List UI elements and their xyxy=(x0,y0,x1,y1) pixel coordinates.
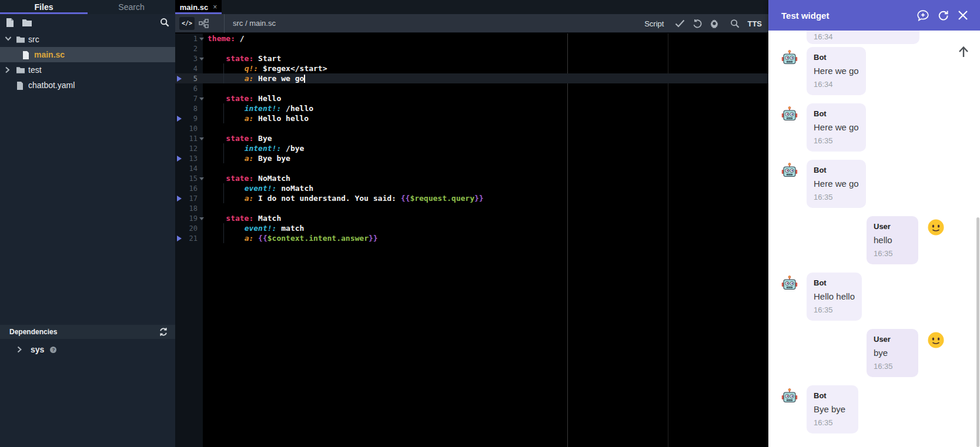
fold-caret-icon[interactable] xyxy=(198,96,205,100)
indent-guide xyxy=(223,153,224,163)
editor-tab-main-sc[interactable]: main.sc × xyxy=(175,0,222,14)
code-line-12[interactable]: 12 intent!: /bye xyxy=(175,143,768,153)
line-number: 13 xyxy=(183,154,198,163)
debug-play-icon[interactable] xyxy=(175,236,183,241)
message-bubble: BotHello hello16:35 xyxy=(807,273,862,321)
code-line-20[interactable]: 20 event!: match xyxy=(175,223,768,233)
debug-play-icon[interactable] xyxy=(175,116,183,122)
code-text: state: Bye xyxy=(205,134,272,143)
tts-button[interactable]: TTS xyxy=(747,19,762,28)
tree-item-main-sc[interactable]: main.sc xyxy=(0,47,175,62)
code-line-7[interactable]: 7 state: Hello xyxy=(175,93,768,103)
help-icon[interactable]: ? xyxy=(50,347,56,353)
code-text: a: I do not understand. You said: {{$req… xyxy=(205,194,484,203)
line-number: 7 xyxy=(183,95,198,103)
test-widget-panel: Test widget 16:34BotHere we go16:34BotHe… xyxy=(768,0,980,447)
line-number: 19 xyxy=(183,214,198,223)
gear-icon[interactable] xyxy=(710,19,719,28)
code-line-21[interactable]: 21 a: {{$context.intent.answer}} xyxy=(175,233,768,243)
close-tab-icon[interactable]: × xyxy=(213,4,217,11)
script-mode-label: Script xyxy=(644,19,664,28)
debug-play-icon[interactable] xyxy=(175,196,183,201)
app-window: Files Search srcmain.sctestchatbot.yaml … xyxy=(0,0,980,447)
bot-avatar xyxy=(781,388,798,405)
code-view-button[interactable]: </> xyxy=(179,17,195,30)
code-line-2[interactable]: 2 xyxy=(175,43,768,53)
undo-icon[interactable] xyxy=(693,19,702,28)
editor-toolbar: </> src / main.sc Script xyxy=(175,14,768,33)
search-icon[interactable] xyxy=(160,18,169,27)
new-file-icon[interactable] xyxy=(6,18,14,27)
bot-avatar xyxy=(781,49,798,67)
code-line-1[interactable]: 1theme: / xyxy=(175,33,768,43)
file-sidebar: Files Search srcmain.sctestchatbot.yaml … xyxy=(0,0,175,447)
fold-caret-icon[interactable] xyxy=(198,136,205,140)
chevron-right-icon[interactable] xyxy=(5,66,12,73)
code-line-15[interactable]: 15 state: NoMatch xyxy=(175,173,768,183)
code-line-13[interactable]: 13 a: Bye bye xyxy=(175,153,768,163)
code-line-8[interactable]: 8 intent!: /hello xyxy=(175,103,768,113)
comment-plus-icon[interactable] xyxy=(917,10,929,21)
search-icon[interactable] xyxy=(730,19,740,28)
line-number: 5 xyxy=(183,75,198,83)
line-number: 6 xyxy=(183,85,198,93)
debug-play-icon[interactable] xyxy=(175,156,183,162)
chevron-down-icon[interactable] xyxy=(5,36,12,43)
code-line-19[interactable]: 19 state: Match xyxy=(175,213,768,223)
message-bubble: Userbye16:35 xyxy=(867,329,918,377)
message-text: Bye bye xyxy=(814,404,851,415)
code-line-4[interactable]: 4 q!: $regex</start> xyxy=(175,63,768,73)
code-area[interactable]: 1theme: /23 state: Start4 q!: $regex</st… xyxy=(175,33,768,447)
fold-caret-icon[interactable] xyxy=(198,36,205,41)
code-line-18[interactable]: 18 xyxy=(175,203,768,213)
code-line-16[interactable]: 16 event!: noMatch xyxy=(175,183,768,193)
chat-scrollbar[interactable] xyxy=(976,217,979,447)
debug-play-icon[interactable] xyxy=(175,76,183,82)
flow-view-button[interactable] xyxy=(196,17,211,30)
message-sender: User xyxy=(874,222,911,231)
tree-item-chatbot-yaml[interactable]: chatbot.yaml xyxy=(0,78,175,93)
caret-down xyxy=(199,58,204,61)
clipped-message-bubble: 16:34 xyxy=(807,31,919,44)
tree-item-test[interactable]: test xyxy=(0,62,175,78)
chat-message-bot: BotHere we go16:35 xyxy=(768,160,980,208)
fold-caret-icon[interactable] xyxy=(198,56,205,61)
fold-caret-icon[interactable] xyxy=(198,176,205,180)
tree-item-src[interactable]: src xyxy=(0,32,175,47)
message-text: Hello hello xyxy=(814,291,855,303)
code-line-6[interactable]: 6 xyxy=(175,83,768,93)
code-line-9[interactable]: 9 a: Hello hello xyxy=(175,113,768,123)
code-text: a: Hello hello xyxy=(205,114,309,123)
code-line-11[interactable]: 11 state: Bye xyxy=(175,133,768,143)
code-line-5[interactable]: 5 a: Here we go xyxy=(175,73,768,83)
code-text: state: Hello xyxy=(205,94,281,103)
close-icon[interactable] xyxy=(958,10,968,21)
scroll-to-top-icon[interactable] xyxy=(956,45,971,59)
code-line-3[interactable]: 3 state: Start xyxy=(175,53,768,63)
line-number: 20 xyxy=(183,224,198,233)
code-editor-pane: main.sc × </> src / main.sc Script xyxy=(175,0,768,447)
code-line-14[interactable]: 14 xyxy=(175,163,768,173)
new-folder-icon[interactable] xyxy=(22,19,32,26)
tab-files[interactable]: Files xyxy=(0,0,88,14)
message-sender: Bot xyxy=(814,53,859,62)
folder-icon xyxy=(16,36,25,43)
fold-caret-icon[interactable] xyxy=(198,216,205,220)
play-triangle xyxy=(177,156,182,162)
refresh-dependencies-icon[interactable] xyxy=(159,327,168,337)
message-bubble: BotBye bye16:35 xyxy=(807,385,858,433)
check-icon[interactable] xyxy=(675,19,685,28)
code-line-10[interactable]: 10 xyxy=(175,123,768,133)
dependency-item-sys[interactable]: sys ? xyxy=(0,342,175,357)
refresh-icon[interactable] xyxy=(938,10,949,21)
chevron-right-icon[interactable] xyxy=(16,346,24,353)
tab-search[interactable]: Search xyxy=(88,0,175,14)
code-text: theme: / xyxy=(205,34,245,43)
line-number: 1 xyxy=(183,35,198,43)
code-line-17[interactable]: 17 a: I do not understand. You said: {{$… xyxy=(175,193,768,203)
tree-item-label: test xyxy=(28,65,42,75)
code-text: intent!: /hello xyxy=(205,104,313,113)
breadcrumb[interactable]: src / main.sc xyxy=(233,19,276,28)
file-tree: srcmain.sctestchatbot.yaml xyxy=(0,32,175,93)
message-bubble: BotHere we go16:35 xyxy=(807,160,866,208)
